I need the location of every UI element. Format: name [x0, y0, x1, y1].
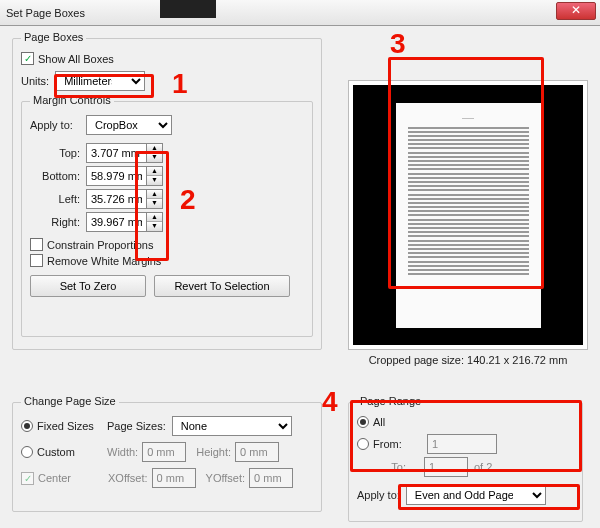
titlebar: Set Page Boxes ✕: [0, 0, 600, 26]
yoffset-input: [249, 468, 293, 488]
change-page-size-legend: Change Page Size: [21, 395, 119, 407]
apply-to-row: Apply to: CropBox: [30, 115, 304, 135]
from-row: From:: [357, 434, 574, 454]
page-range-group: Page Range All From: To: of 2 Apply to: …: [348, 402, 583, 522]
bottom-input[interactable]: [86, 166, 146, 186]
left-spinbox[interactable]: ▲▼: [86, 189, 163, 209]
right-spinner[interactable]: ▲▼: [146, 212, 163, 232]
constrain-label: Constrain Proportions: [47, 239, 153, 251]
page-range-legend: Page Range: [357, 395, 424, 407]
top-input[interactable]: [86, 143, 146, 163]
preview-area: —— Cropped page size: 140.21 x 216.72 mm: [348, 80, 588, 375]
to-input: [424, 457, 468, 477]
width-input: [142, 442, 186, 462]
xoffset-label: XOffset:: [108, 472, 148, 484]
title-dark-block: [160, 0, 216, 18]
bottom-spinner[interactable]: ▲▼: [146, 166, 163, 186]
custom-radio[interactable]: [21, 446, 33, 458]
center-checkbox: ✓: [21, 472, 34, 485]
custom-label: Custom: [37, 446, 107, 458]
all-row: All: [357, 416, 574, 428]
apply-to-select[interactable]: CropBox: [86, 115, 172, 135]
annot-num-3: 3: [390, 28, 406, 60]
top-spinbox[interactable]: ▲▼: [86, 143, 163, 163]
apply-to-range-row: Apply to: Even and Odd Pages: [357, 485, 574, 505]
preview-frame: ——: [348, 80, 588, 350]
center-row: ✓ Center XOffset: YOffset:: [21, 468, 313, 488]
to-label: To:: [370, 461, 406, 473]
fixed-sizes-label: Fixed Sizes: [37, 420, 107, 432]
right-row: Right: ▲▼: [30, 212, 304, 232]
height-input: [235, 442, 279, 462]
preview-background: ——: [353, 85, 583, 345]
window-title: Set Page Boxes: [6, 7, 85, 19]
all-radio[interactable]: [357, 416, 369, 428]
content-area: Page Boxes ✓ Show All Boxes Units: Milli…: [0, 26, 600, 528]
top-spinner[interactable]: ▲▼: [146, 143, 163, 163]
top-row: Top: ▲▼: [30, 143, 304, 163]
center-label: Center: [38, 472, 108, 484]
page-sizes-label: Page Sizes:: [107, 420, 166, 432]
left-spinner[interactable]: ▲▼: [146, 189, 163, 209]
from-input: [427, 434, 497, 454]
margin-controls-legend: Margin Controls: [30, 94, 114, 106]
page-boxes-legend: Page Boxes: [21, 31, 86, 43]
close-button[interactable]: ✕: [556, 2, 596, 20]
remove-white-checkbox[interactable]: [30, 254, 43, 267]
apply-to-range-select[interactable]: Even and Odd Pages: [406, 485, 546, 505]
preview-page: ——: [396, 103, 541, 328]
left-label: Left:: [30, 193, 86, 205]
width-label: Width:: [107, 446, 138, 458]
top-label: Top:: [30, 147, 86, 159]
yoffset-label: YOffset:: [206, 472, 246, 484]
right-input[interactable]: [86, 212, 146, 232]
custom-row: Custom Width: Height:: [21, 442, 313, 462]
bottom-row: Bottom: ▲▼: [30, 166, 304, 186]
fixed-row: Fixed Sizes Page Sizes: None: [21, 416, 313, 436]
revert-button[interactable]: Revert To Selection: [154, 275, 290, 297]
bottom-label: Bottom:: [30, 170, 86, 182]
fixed-sizes-radio[interactable]: [21, 420, 33, 432]
units-label: Units:: [21, 75, 49, 87]
page-boxes-group: Page Boxes ✓ Show All Boxes Units: Milli…: [12, 38, 322, 350]
height-label: Height:: [196, 446, 231, 458]
units-select[interactable]: Millimeters: [55, 71, 145, 91]
xoffset-input: [152, 468, 196, 488]
from-label: From:: [373, 438, 409, 450]
apply-to-label: Apply to:: [30, 119, 86, 131]
right-label: Right:: [30, 216, 86, 228]
annot-num-4: 4: [322, 386, 338, 418]
show-all-checkbox[interactable]: ✓: [21, 52, 34, 65]
buttons-row: Set To Zero Revert To Selection: [30, 275, 304, 297]
bottom-spinbox[interactable]: ▲▼: [86, 166, 163, 186]
constrain-checkbox[interactable]: [30, 238, 43, 251]
left-input[interactable]: [86, 189, 146, 209]
left-row: Left: ▲▼: [30, 189, 304, 209]
preview-caption: Cropped page size: 140.21 x 216.72 mm: [348, 354, 588, 366]
of-label: of 2: [474, 461, 492, 473]
from-radio[interactable]: [357, 438, 369, 450]
constrain-row: Constrain Proportions: [30, 238, 304, 251]
page-sizes-select[interactable]: None: [172, 416, 292, 436]
margin-controls-group: Margin Controls Apply to: CropBox Top: ▲…: [21, 101, 313, 337]
remove-white-row: Remove White Margins: [30, 254, 304, 267]
all-label: All: [373, 416, 385, 428]
show-all-label: Show All Boxes: [38, 53, 114, 65]
apply-to-range-label: Apply to:: [357, 489, 400, 501]
show-all-row: ✓ Show All Boxes: [21, 52, 313, 65]
change-page-size-group: Change Page Size Fixed Sizes Page Sizes:…: [12, 402, 322, 512]
to-row: To: of 2: [357, 457, 574, 477]
right-spinbox[interactable]: ▲▼: [86, 212, 163, 232]
remove-white-label: Remove White Margins: [47, 255, 161, 267]
set-to-zero-button[interactable]: Set To Zero: [30, 275, 146, 297]
units-row: Units: Millimeters: [21, 71, 313, 91]
